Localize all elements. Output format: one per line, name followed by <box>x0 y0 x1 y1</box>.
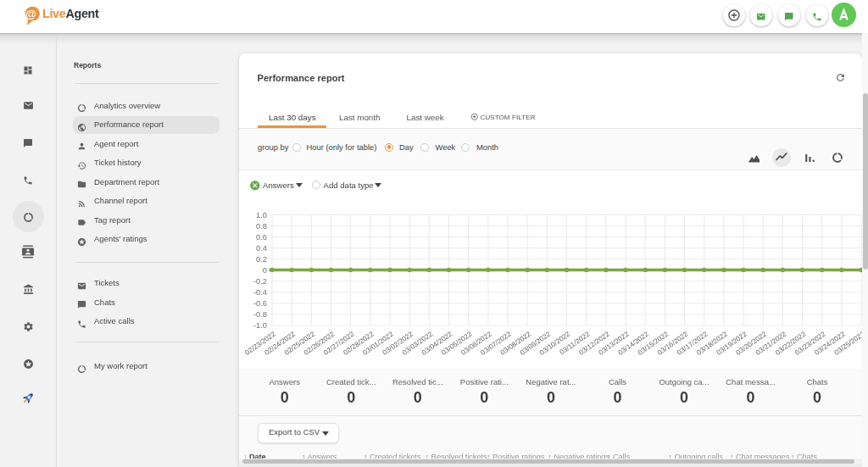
svg-text:0.6: 0.6 <box>256 233 267 242</box>
svg-text:-0.8: -0.8 <box>253 310 267 319</box>
svg-text:0.8: 0.8 <box>256 222 267 231</box>
svg-text:0.2: 0.2 <box>256 255 267 264</box>
svg-text:-0.6: -0.6 <box>253 299 267 308</box>
svg-text:0.4: 0.4 <box>256 244 267 253</box>
svg-text:0: 0 <box>263 266 267 275</box>
svg-text:-0.4: -0.4 <box>253 288 267 297</box>
svg-text:1.0: 1.0 <box>256 211 267 220</box>
svg-text:@: @ <box>25 8 36 20</box>
svg-text:-0.2: -0.2 <box>253 277 267 286</box>
svg-text:-1.0: -1.0 <box>253 321 267 330</box>
